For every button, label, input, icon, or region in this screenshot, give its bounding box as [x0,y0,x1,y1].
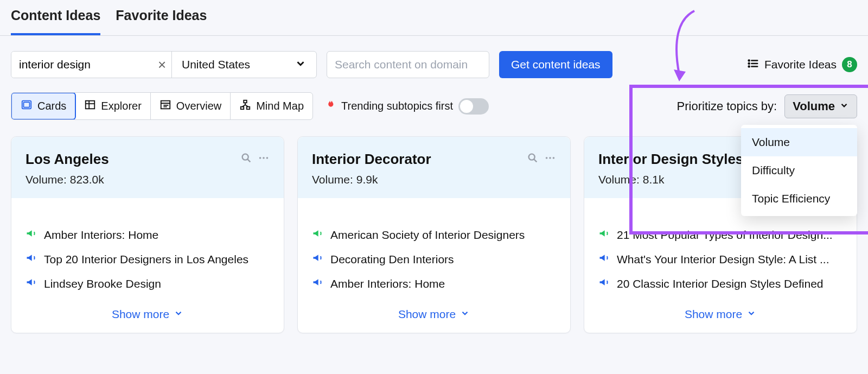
domain-search-input[interactable] [327,51,489,78]
overview-icon [159,99,171,113]
favorite-ideas-label: Favorite Ideas [764,58,837,71]
bullhorn-icon [25,252,36,266]
svg-rect-16 [241,107,244,110]
card-header: Los Angeles Volume: 823.0k [11,137,284,198]
dropdown-option-difficulty[interactable]: Difficulty [741,156,857,185]
country-value: United States [182,58,250,71]
chevron-down-icon [460,308,470,321]
dropdown-option-volume[interactable]: Volume [741,128,857,156]
prioritize-group: Prioritize topics by: Volume Volume Diff… [677,94,857,118]
prioritize-label: Prioritize topics by: [677,99,777,113]
prioritize-select[interactable]: Volume [784,94,857,118]
bullhorn-icon [312,228,323,242]
keyword-input[interactable] [11,52,152,78]
view-cards[interactable]: Cards [11,92,76,120]
svg-point-5 [748,66,749,67]
svg-line-22 [247,159,250,162]
item-text: Decorating Den Interiors [330,253,454,266]
svg-line-27 [534,159,537,162]
svg-point-3 [748,60,749,61]
card-volume: Volume: 9.9k [312,173,556,186]
chevron-down-icon [839,99,849,113]
show-more-label: Show more [685,308,742,321]
show-more-link[interactable]: Show more [11,302,284,333]
view-overview[interactable]: Overview [151,93,231,119]
view-mindmap[interactable]: Mind Map [231,93,312,119]
svg-point-4 [748,62,749,64]
card-header: Interior Decorator Volume: 9.9k [298,137,570,198]
svg-point-21 [242,154,248,160]
country-select[interactable]: United States [172,52,316,78]
cards-icon [21,99,33,113]
list-item[interactable]: Decorating Den Interiors [312,252,556,266]
favorite-ideas-link[interactable]: Favorite Ideas 8 [747,57,857,72]
toolbar-row-1: × United States Get content ideas Favori… [0,36,868,85]
card-body: American Society of Interior Designers D… [298,198,570,302]
dropdown-option-topic-efficiency[interactable]: Topic Efficiency [741,185,857,213]
svg-point-24 [263,157,265,159]
bullhorn-icon [312,252,323,266]
chevron-down-icon [746,308,756,321]
get-content-ideas-button[interactable]: Get content ideas [499,51,612,78]
svg-rect-15 [244,100,247,103]
toolbar-row-2: Cards Explorer Overview Mind Map Trendin… [0,85,868,136]
mindmap-icon [239,99,251,113]
item-text: 20 Classic Interior Design Styles Define… [617,277,824,290]
item-text: Top 20 Interior Designers in Los Angeles [44,253,248,266]
show-more-label: Show more [398,308,456,321]
favorite-count-badge: 8 [842,57,857,72]
list-item[interactable]: 20 Classic Interior Design Styles Define… [598,277,843,290]
list-item[interactable]: Amber Interiors: Home [25,228,270,242]
bullhorn-icon [598,228,609,242]
trending-toggle-group: Trending subtopics first [324,98,489,115]
svg-rect-7 [24,102,30,107]
view-explorer[interactable]: Explorer [75,93,150,119]
svg-point-26 [529,154,535,160]
more-icon[interactable] [258,152,270,167]
search-icon[interactable] [240,152,252,167]
card-title: Interior Decorator [312,151,521,168]
prioritize-dropdown: Volume Difficulty Topic Efficiency [741,125,857,216]
list-item[interactable]: 21 Most Popular Types of Interior Design… [598,228,843,242]
bullhorn-icon [25,277,36,290]
item-text: What's Your Interior Design Style: A Lis… [617,253,829,266]
tab-favorite-ideas[interactable]: Favorite Ideas [116,8,207,35]
list-icon [747,58,759,72]
list-item[interactable]: American Society of Interior Designers [312,228,556,242]
list-item[interactable]: Lindsey Brooke Design [25,277,270,290]
card-body: Amber Interiors: Home Top 20 Interior De… [11,198,284,302]
svg-rect-8 [86,101,95,109]
clear-keyword-icon[interactable]: × [152,52,172,78]
tab-content-ideas[interactable]: Content Ideas [11,8,100,35]
svg-point-28 [546,157,548,159]
flame-icon [324,99,336,114]
view-explorer-label: Explorer [101,100,141,112]
more-icon[interactable] [544,152,556,167]
svg-point-23 [259,157,261,159]
search-icon[interactable] [527,152,539,167]
bullhorn-icon [598,277,609,290]
svg-point-29 [549,157,551,159]
table-icon [84,99,96,113]
item-text: Amber Interiors: Home [44,229,158,242]
item-text: Amber Interiors: Home [330,277,445,290]
list-item[interactable]: Top 20 Interior Designers in Los Angeles [25,252,270,266]
view-cards-label: Cards [37,100,66,112]
topic-card: Los Angeles Volume: 823.0k Amber Interio… [11,136,284,333]
show-more-link[interactable]: Show more [298,302,570,333]
item-text: Lindsey Brooke Design [44,277,161,290]
bullhorn-icon [598,252,609,266]
trending-toggle[interactable] [458,98,489,115]
bullhorn-icon [312,277,323,290]
card-volume: Volume: 823.0k [25,173,270,186]
chevron-down-icon [174,308,183,321]
chevron-down-icon [295,58,307,72]
show-more-link[interactable]: Show more [584,302,857,333]
view-overview-label: Overview [176,100,221,112]
keyword-country-group: × United States [11,51,317,78]
view-mode-group: Cards Explorer Overview Mind Map [11,92,313,120]
svg-point-30 [553,157,555,159]
list-item[interactable]: Amber Interiors: Home [312,277,556,290]
topic-card: Interior Decorator Volume: 9.9k American… [297,136,571,333]
list-item[interactable]: What's Your Interior Design Style: A Lis… [598,252,843,266]
